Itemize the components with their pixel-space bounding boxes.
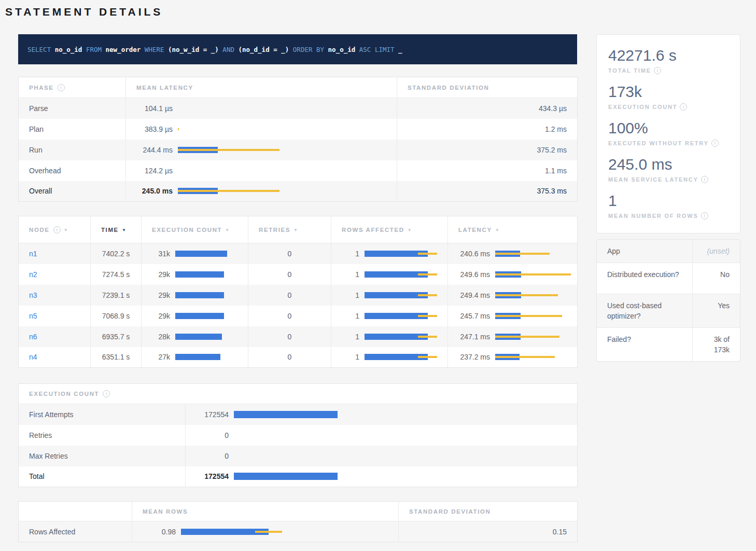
- sort-arrow-icon: ▼: [122, 228, 127, 232]
- stat-label-text: MEAN SERVICE LATENCY: [608, 176, 698, 183]
- latency-column-header[interactable]: LATENCY▼: [448, 216, 578, 243]
- stat-label: MEAN NUMBER OF ROWSi: [608, 211, 729, 221]
- node-link[interactable]: n4: [29, 353, 37, 361]
- phase-row-parse: Parse 104.1 µs 434.3 µs: [19, 98, 578, 119]
- stddev-line: [495, 315, 562, 317]
- time-column-header[interactable]: TIME▼: [91, 216, 142, 243]
- count-bar: [234, 473, 338, 480]
- execution-count-info-icon[interactable]: i: [680, 103, 687, 111]
- stddev-value: 375.2 ms: [397, 140, 578, 160]
- attribute-label: Distributed execution?: [597, 263, 692, 294]
- exec-count-bar-chart: [175, 251, 227, 257]
- stddev-line: [495, 356, 555, 358]
- stat-label-text: EXECUTION COUNT: [608, 104, 677, 110]
- node-exec-count-value: 31k: [142, 250, 170, 258]
- phase-info-icon[interactable]: i: [58, 84, 65, 91]
- sql-statement-box: SELECT no_o_id FROM new_order WHERE (no_…: [18, 34, 577, 64]
- retries-column-header[interactable]: RETRIES▼: [248, 216, 331, 243]
- exec-row-retries: Retries 0: [19, 425, 578, 446]
- node-table-row: n46351.1 s27k01237.2 ms: [19, 347, 578, 368]
- sql-token-id: no_o_id: [55, 46, 82, 53]
- node-exec-count-value: 29k: [142, 312, 170, 320]
- node-retries-value: 0: [248, 285, 331, 306]
- mean-number-of-rows-info-icon[interactable]: i: [701, 212, 708, 219]
- sql-token-kw: ORDER BY: [293, 46, 324, 53]
- total-time-info-icon[interactable]: i: [654, 67, 661, 74]
- stddev-line: [418, 294, 437, 296]
- rows-affected-bar-chart: [365, 334, 437, 340]
- stat-executed-without-retry: 100% EXECUTED WITHOUT RETRYi: [608, 119, 729, 148]
- phase-label: Plan: [19, 119, 126, 140]
- count-bar-chart: [234, 432, 338, 439]
- exec-count-bar-chart: [175, 334, 227, 340]
- stddev-line: [255, 531, 282, 533]
- attribute-value: (unset): [692, 240, 740, 263]
- stddev-line: [178, 190, 279, 192]
- attribute-label: Used cost-based optimizer?: [597, 294, 692, 327]
- node-link[interactable]: n2: [29, 270, 37, 279]
- mean-service-latency-info-icon[interactable]: i: [701, 176, 708, 183]
- node-rows-affected-value: 1: [331, 312, 359, 320]
- attribute-label: Failed?: [597, 328, 692, 361]
- node-time-value: 7402.2 s: [91, 243, 142, 264]
- latency-bar-chart: [178, 168, 279, 174]
- rows-affected-bar-chart: [365, 292, 437, 298]
- mean-latency-value: 245.0 ms: [126, 187, 173, 195]
- exec-row-label: Retries: [19, 425, 186, 446]
- attribute-value: 3k of 173k: [692, 328, 740, 361]
- node-time-value: 6935.7 s: [91, 326, 142, 347]
- sql-token-id: new_order: [106, 46, 141, 53]
- execution-count-column-header[interactable]: EXECUTION COUNT▼: [142, 216, 248, 243]
- node-column-header[interactable]: NODEi▼: [19, 216, 91, 243]
- phase-column-header: PHASEi: [19, 77, 126, 98]
- phase-row-plan: Plan 383.9 µs 1.2 ms: [19, 119, 578, 140]
- rows-affected-row: Rows Affected 0.98 0.15: [19, 521, 578, 542]
- node-exec-count-value: 29k: [142, 291, 170, 299]
- count-bar: [175, 313, 224, 319]
- latency-bar-chart: [178, 126, 279, 132]
- stddev-value: 1.2 ms: [397, 119, 578, 140]
- sort-arrow-icon: ▼: [64, 228, 69, 232]
- count-bar-chart: [234, 473, 338, 480]
- stddev-rows-value: 0.15: [399, 521, 578, 542]
- rows-affected-column-header[interactable]: ROWS AFFECTED▼: [331, 216, 448, 243]
- exec-count-value: 0: [186, 452, 229, 460]
- latency-bar-chart: [178, 105, 279, 112]
- sql-token-kw: ASC: [359, 46, 371, 53]
- node-link[interactable]: n6: [29, 333, 37, 341]
- node-exec-count-value: 29k: [142, 270, 170, 279]
- sort-arrow-icon: ▼: [225, 228, 230, 232]
- latency-bar-chart: [495, 251, 571, 257]
- stat-total-time: 42271.6 s TOTAL TIMEi: [608, 46, 729, 76]
- executed-without-retry-info-icon[interactable]: i: [711, 140, 719, 147]
- node-link[interactable]: n3: [29, 291, 37, 299]
- mean-rows-bar-chart: [181, 529, 282, 535]
- latency-bar-chart: [495, 354, 571, 360]
- exec-count-bar-chart: [175, 313, 227, 319]
- stat-label-text: TOTAL TIME: [608, 67, 651, 74]
- sql-token-id: (no_d_id = _): [238, 46, 289, 53]
- exec-count-value: 172554: [186, 410, 229, 419]
- phase-label: Overall: [19, 181, 126, 202]
- node-table-row: n17402.2 s31k01240.6 ms: [19, 243, 578, 264]
- node-statistics-table: NODEi▼ TIME▼ EXECUTION COUNT▼ RETRIES▼ R…: [18, 216, 578, 368]
- node-time-value: 7239.1 s: [91, 285, 142, 306]
- stat-label-text: EXECUTED WITHOUT RETRY: [608, 140, 709, 146]
- attribute-value: Yes: [692, 294, 740, 327]
- sort-arrow-icon: ▼: [408, 228, 413, 232]
- sql-token-id: no_o_id: [328, 46, 356, 53]
- node-link[interactable]: n1: [29, 250, 37, 258]
- page-title: STATEMENT DETAILS: [5, 4, 756, 34]
- node-time-value: 6351.1 s: [91, 347, 142, 368]
- exec-row-total: Total 172554: [19, 466, 578, 487]
- sql-token-kw: LIMIT: [375, 46, 395, 53]
- summary-stats-panel: 42271.6 s TOTAL TIMEi 173k EXECUTION COU…: [596, 34, 740, 233]
- stat-value: 42271.6 s: [608, 46, 729, 65]
- stat-value: 173k: [608, 82, 729, 101]
- phase-header-label: PHASE: [29, 85, 54, 91]
- node-info-icon[interactable]: i: [53, 226, 61, 233]
- execution-count-info-icon[interactable]: i: [103, 390, 110, 397]
- sql-statement-text: SELECT no_o_id FROM new_order WHERE (no_…: [27, 46, 402, 53]
- node-link[interactable]: n5: [29, 312, 37, 320]
- rows-affected-label: Rows Affected: [19, 521, 132, 542]
